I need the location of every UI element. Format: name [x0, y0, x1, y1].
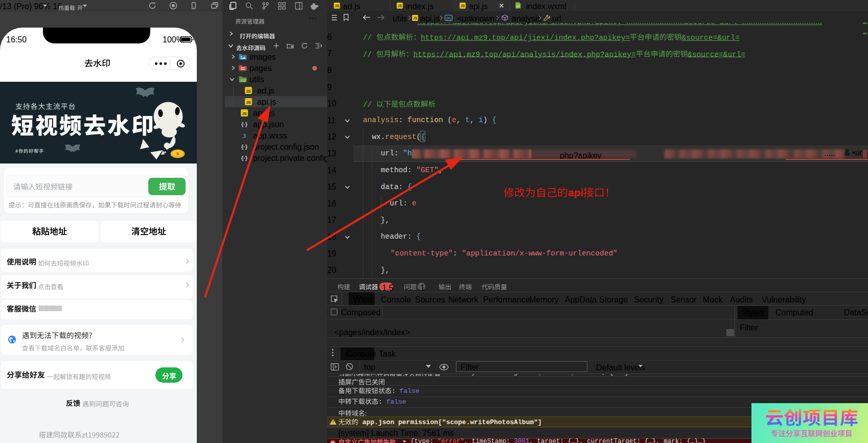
svg-text:<>: <>: [516, 5, 520, 8]
svg-text:JS: JS: [461, 4, 465, 8]
svg-text:(≡): (≡): [446, 16, 451, 20]
svg-text:{·}: {·}: [241, 144, 248, 150]
svg-text:JS: JS: [335, 4, 339, 8]
svg-text:{·}: {·}: [241, 155, 248, 161]
svg-text:JS: JS: [398, 4, 402, 8]
svg-text:JS: JS: [242, 111, 246, 116]
svg-text:JS: JS: [413, 16, 418, 20]
svg-text:{·}: {·}: [241, 121, 248, 127]
svg-text:$: $: [176, 151, 179, 156]
svg-text:JS: JS: [246, 100, 250, 105]
svg-text:3: 3: [242, 132, 246, 139]
svg-text:JS: JS: [246, 89, 250, 94]
